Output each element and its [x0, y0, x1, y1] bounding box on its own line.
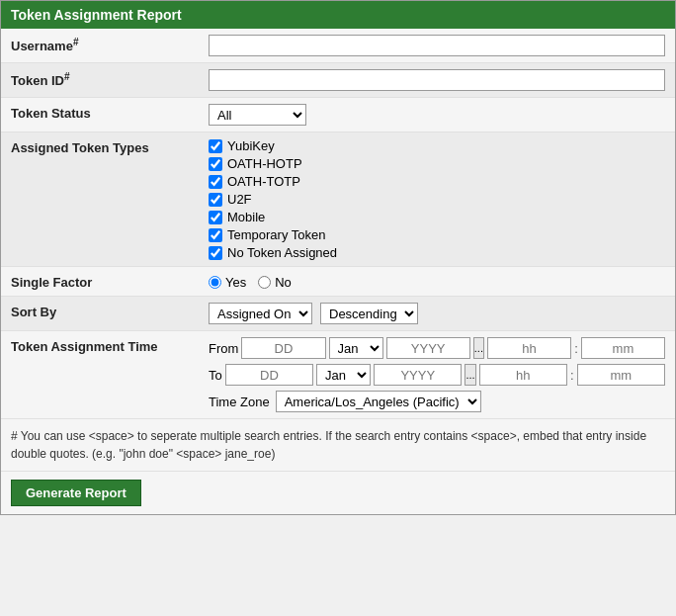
checkbox-temporary-token-input[interactable]: [209, 228, 222, 242]
token-status-value-col: All Assigned Unassigned: [209, 104, 665, 126]
time-to-row: To Jan Feb Mar Apr May Jun Jul Aug Sep O…: [209, 364, 665, 386]
checkbox-yubikey[interactable]: YubiKey: [209, 138, 665, 153]
from-yyyy-input[interactable]: [386, 337, 470, 359]
from-calendar-button[interactable]: ...: [473, 337, 484, 359]
token-id-value-col: [209, 69, 665, 91]
checkbox-no-token-assigned[interactable]: No Token Assigned: [209, 245, 665, 260]
assigned-token-types-row: Assigned Token Types YubiKey OATH-HOTP O…: [1, 132, 675, 267]
from-mm-input[interactable]: [581, 337, 665, 359]
checkbox-oath-totp[interactable]: OATH-TOTP: [209, 174, 665, 189]
report-title: Token Assignment Report: [11, 7, 182, 23]
checkbox-no-token-assigned-input[interactable]: [209, 246, 222, 260]
single-factor-value-col: Yes No: [209, 273, 665, 290]
checkbox-temporary-token[interactable]: Temporary Token: [209, 227, 665, 242]
assigned-token-types-value-col: YubiKey OATH-HOTP OATH-TOTP U2F: [209, 138, 665, 260]
checkbox-u2f[interactable]: U2F: [209, 192, 665, 207]
timezone-label: Time Zone: [209, 395, 270, 409]
main-container: Token Assignment Report Username# Token …: [0, 0, 676, 515]
token-types-checkbox-group: YubiKey OATH-HOTP OATH-TOTP U2F: [209, 138, 665, 260]
to-time-colon: :: [570, 368, 574, 383]
username-value-col: [209, 35, 665, 56]
username-superscript: #: [73, 37, 79, 47]
single-factor-radio-group: Yes No: [209, 273, 665, 290]
generate-report-button[interactable]: Generate Report: [11, 480, 141, 506]
radio-no[interactable]: No: [258, 275, 292, 290]
single-factor-row: Single Factor Yes No: [1, 267, 675, 297]
username-row: Username#: [1, 29, 675, 63]
token-status-select[interactable]: All Assigned Unassigned: [209, 104, 306, 126]
token-status-row: Token Status All Assigned Unassigned: [1, 98, 675, 132]
checkbox-u2f-input[interactable]: [209, 193, 222, 207]
radio-no-input[interactable]: [258, 276, 271, 289]
token-status-label: Token Status: [11, 104, 209, 121]
checkbox-oath-totp-input[interactable]: [209, 175, 222, 189]
form-body: Username# Token ID# Token Status All Ass…: [1, 29, 675, 472]
from-label: From: [209, 341, 238, 356]
username-label: Username#: [11, 35, 209, 53]
token-assignment-time-value-col: From Jan Feb Mar Apr May Jun Jul Aug Sep…: [209, 337, 665, 412]
to-hh-input[interactable]: [479, 364, 567, 386]
time-from-row: From Jan Feb Mar Apr May Jun Jul Aug Sep…: [209, 337, 665, 359]
sort-by-select[interactable]: Assigned On Username Token ID Token Type: [209, 303, 312, 324]
to-calendar-button[interactable]: ...: [465, 364, 475, 386]
checkbox-mobile-input[interactable]: [209, 211, 222, 224]
checkbox-oath-hotp[interactable]: OATH-HOTP: [209, 156, 665, 171]
token-assignment-time-label: Token Assignment Time: [11, 337, 209, 354]
timezone-row: Time Zone America/Los_Angeles (Pacific) …: [209, 391, 665, 412]
sort-by-row: Sort By Assigned On Username Token ID To…: [1, 297, 675, 331]
token-id-input[interactable]: [209, 69, 665, 91]
from-hh-input[interactable]: [487, 337, 571, 359]
timezone-select[interactable]: America/Los_Angeles (Pacific) America/Ne…: [276, 391, 481, 412]
sort-by-label: Sort By: [11, 303, 209, 319]
sort-order-select[interactable]: Descending Ascending: [320, 303, 418, 324]
token-id-label: Token ID#: [11, 69, 209, 88]
sort-by-value-col: Assigned On Username Token ID Token Type…: [209, 303, 665, 324]
username-input[interactable]: [209, 35, 665, 56]
to-month-select[interactable]: Jan Feb Mar Apr May Jun Jul Aug Sep Oct …: [316, 364, 371, 386]
radio-yes-input[interactable]: [209, 276, 221, 289]
footer: Generate Report: [1, 472, 675, 514]
to-mm-input[interactable]: [577, 364, 665, 386]
assigned-token-types-label: Assigned Token Types: [11, 138, 209, 155]
to-label: To: [209, 368, 222, 383]
single-factor-label: Single Factor: [11, 273, 209, 290]
checkbox-oath-hotp-input[interactable]: [209, 157, 222, 171]
token-assignment-time-row: Token Assignment Time From Jan Feb Mar A…: [1, 331, 675, 419]
report-header: Token Assignment Report: [1, 1, 675, 29]
token-id-row: Token ID#: [1, 63, 675, 98]
radio-yes[interactable]: Yes: [209, 275, 246, 290]
to-yyyy-input[interactable]: [374, 364, 462, 386]
from-time-colon: :: [574, 341, 578, 356]
checkbox-mobile[interactable]: Mobile: [209, 210, 665, 224]
sort-controls: Assigned On Username Token ID Token Type…: [209, 303, 665, 324]
token-id-superscript: #: [64, 71, 70, 82]
to-dd-input[interactable]: [225, 364, 313, 386]
from-month-select[interactable]: Jan Feb Mar Apr May Jun Jul Aug Sep Oct …: [329, 337, 383, 359]
checkbox-yubikey-input[interactable]: [209, 139, 222, 153]
footnote: # You can use <space> to seperate multip…: [1, 419, 675, 472]
from-dd-input[interactable]: [241, 337, 325, 359]
